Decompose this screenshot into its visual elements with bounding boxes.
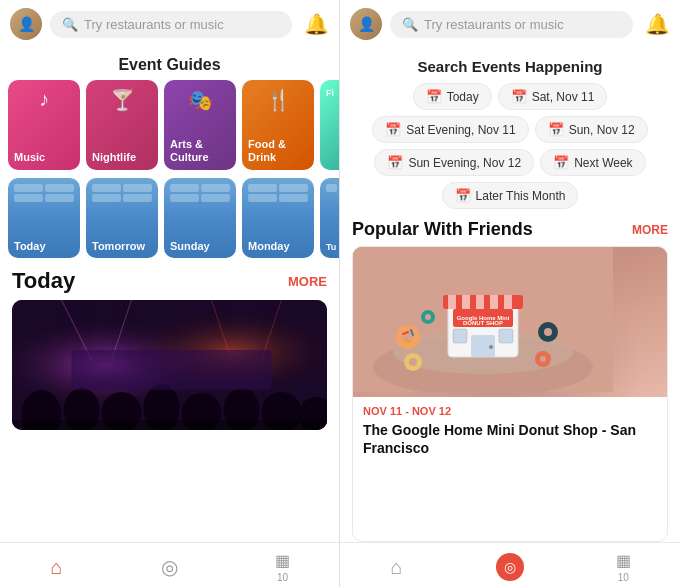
grid-cell [45, 194, 74, 202]
grid-cell [92, 184, 121, 192]
grid-cell [123, 184, 152, 192]
search-icon: 🔍 [62, 17, 78, 32]
svg-rect-24 [476, 295, 484, 309]
chip-cal-icon-sat-eve: 📅 [385, 122, 401, 137]
svg-text:DONUT SHOP: DONUT SHOP [463, 320, 503, 326]
chip-cal-icon-next-week: 📅 [553, 155, 569, 170]
chip-cal-icon-today: 📅 [426, 89, 442, 104]
svg-rect-15 [72, 350, 272, 390]
grid-cell [326, 184, 337, 192]
svg-rect-32 [453, 329, 467, 343]
svg-rect-22 [448, 295, 456, 309]
date-cards-container: Today Tomorrow Sunday [0, 170, 339, 258]
grid-cell [14, 184, 43, 192]
right-nav-calendar[interactable]: ▦ 10 [567, 551, 680, 583]
chip-today[interactable]: 📅 Today [413, 83, 492, 110]
date-card-tomorrow-label: Tomorrow [92, 240, 152, 252]
chip-later-month-label: Later This Month [476, 189, 566, 203]
left-nav-calendar[interactable]: ▦ 10 [226, 551, 339, 583]
left-bell-icon[interactable]: 🔔 [304, 12, 329, 36]
date-card-today[interactable]: Today [8, 178, 80, 258]
today-more-link[interactable]: MORE [288, 274, 327, 289]
guide-card-more[interactable]: Fi [320, 80, 339, 170]
chip-sat-nov11[interactable]: 📅 Sat, Nov 11 [498, 83, 608, 110]
right-search-placeholder: Try restaurants or music [424, 17, 564, 32]
guide-card-food[interactable]: 🍴 Food &Drink [242, 80, 314, 170]
right-nav-home[interactable]: ⌂ [340, 551, 453, 583]
chip-sun-nov12[interactable]: 📅 Sun, Nov 12 [535, 116, 648, 143]
event-name: The Google Home Mini Donut Shop - San Fr… [363, 421, 657, 457]
guide-card-nightlife[interactable]: 🍸 Nightlife [86, 80, 158, 170]
popular-card-info: NOV 11 - NOV 12 The Google Home Mini Don… [353, 397, 667, 465]
event-chips-container: 📅 Today 📅 Sat, Nov 11 📅 Sat Evening, Nov… [340, 83, 680, 209]
arts-card-icon: 🎭 [170, 88, 230, 112]
home-icon: ⌂ [50, 556, 62, 579]
chip-sun-evening[interactable]: 📅 Sun Evening, Nov 12 [374, 149, 534, 176]
date-card-sunday[interactable]: Sunday [164, 178, 236, 258]
right-panel: 👤 🔍 Try restaurants or music 🔔 Search Ev… [340, 0, 680, 587]
date-grid-monday [248, 184, 308, 202]
right-explore-icon-circle: ◎ [496, 553, 524, 581]
grid-cell [279, 184, 308, 192]
event-image-inner [12, 300, 327, 430]
left-search-placeholder: Try restaurants or music [84, 17, 224, 32]
left-panel: 👤 🔍 Try restaurants or music 🔔 Event Gui… [0, 0, 340, 587]
svg-point-39 [544, 328, 552, 336]
right-search-bar[interactable]: 🔍 Try restaurants or music [390, 11, 633, 38]
event-date-badge: NOV 11 - NOV 12 [363, 405, 657, 417]
popular-title: Popular With Friends [352, 219, 533, 240]
chip-next-week-label: Next Week [574, 156, 632, 170]
right-calendar-badge: 10 [618, 572, 629, 583]
chip-sun-evening-label: Sun Evening, Nov 12 [408, 156, 521, 170]
right-nav-explore[interactable]: ◎ [453, 551, 566, 583]
nightlife-card-label: Nightlife [92, 151, 152, 164]
event-guides-title: Event Guides [0, 48, 339, 80]
chip-cal-icon-sun: 📅 [548, 122, 564, 137]
date-card-today-label: Today [14, 240, 74, 252]
left-nav-home[interactable]: ⌂ [0, 551, 113, 583]
donut-shop-scene: Google Home Mini DONUT SHOP [353, 247, 667, 397]
guide-card-music[interactable]: ♪ Music [8, 80, 80, 170]
right-header: 👤 🔍 Try restaurants or music 🔔 [340, 0, 680, 48]
right-bell-icon[interactable]: 🔔 [645, 12, 670, 36]
right-home-icon: ⌂ [391, 556, 403, 579]
arts-card-label: Arts &Culture [170, 138, 230, 164]
grid-cell [248, 194, 277, 202]
svg-point-37 [409, 358, 417, 366]
grid-cell [201, 194, 230, 202]
guide-card-arts[interactable]: 🎭 Arts &Culture [164, 80, 236, 170]
today-event-image[interactable] [12, 300, 327, 430]
popular-more-link[interactable]: MORE [632, 223, 668, 237]
svg-point-31 [489, 345, 493, 349]
left-search-bar[interactable]: 🔍 Try restaurants or music [50, 11, 292, 38]
date-card-more[interactable]: Tu [320, 178, 339, 258]
chip-later-month[interactable]: 📅 Later This Month [442, 182, 579, 209]
more-card-label: Fi [326, 88, 339, 99]
date-card-tomorrow[interactable]: Tomorrow [86, 178, 158, 258]
left-nav-explore[interactable]: ◎ [113, 551, 226, 583]
chip-sat-label: Sat, Nov 11 [532, 90, 595, 104]
today-section: Today MORE [0, 258, 339, 300]
date-card-monday[interactable]: Monday [242, 178, 314, 258]
grid-cell [14, 194, 43, 202]
grid-cell [123, 194, 152, 202]
grid-cell [170, 184, 199, 192]
svg-rect-26 [504, 295, 512, 309]
date-grid-today [14, 184, 74, 202]
chip-sat-evening-label: Sat Evening, Nov 11 [406, 123, 515, 137]
date-card-sunday-label: Sunday [170, 240, 230, 252]
chip-cal-icon-later: 📅 [455, 188, 471, 203]
calendar-badge: 10 [277, 572, 288, 583]
grid-cell [201, 184, 230, 192]
chip-sun-label: Sun, Nov 12 [569, 123, 635, 137]
chip-next-week[interactable]: 📅 Next Week [540, 149, 645, 176]
chip-sat-evening[interactable]: 📅 Sat Evening, Nov 11 [372, 116, 528, 143]
grid-cell [279, 194, 308, 202]
grid-cell [92, 194, 121, 202]
right-avatar[interactable]: 👤 [350, 8, 382, 40]
right-bottom-nav: ⌂ ◎ ▦ 10 [340, 542, 680, 587]
grid-cell [45, 184, 74, 192]
popular-event-card[interactable]: Google Home Mini DONUT SHOP [352, 246, 668, 542]
music-card-label: Music [14, 151, 74, 164]
avatar[interactable]: 👤 [10, 8, 42, 40]
